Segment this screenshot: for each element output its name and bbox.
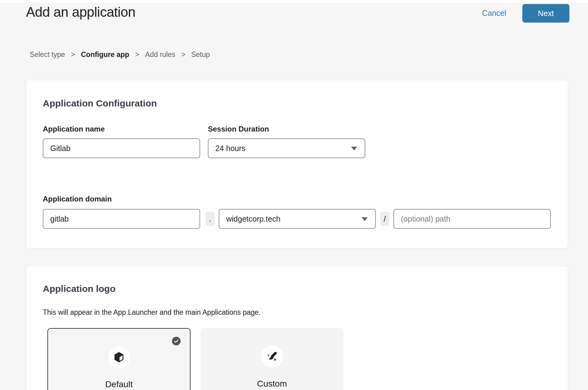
subdomain-input[interactable] xyxy=(43,209,200,229)
paintbrush-icon xyxy=(265,350,279,363)
logo-option-custom[interactable]: Custom xyxy=(200,328,344,390)
chevron-down-icon xyxy=(362,217,368,221)
application-logo-description: This will appear in the App Launcher and… xyxy=(43,308,261,317)
application-configuration-card: Application Configuration Application na… xyxy=(26,80,568,249)
default-logo-circle xyxy=(108,346,130,368)
breadcrumb-step-configure-app[interactable]: Configure app xyxy=(81,50,129,59)
application-domain-label: Application domain xyxy=(43,195,112,203)
cancel-button[interactable]: Cancel xyxy=(482,9,506,18)
slash-separator: / xyxy=(380,212,389,226)
breadcrumb-step-setup[interactable]: Setup xyxy=(191,50,210,59)
breadcrumb-separator: > xyxy=(71,50,75,59)
application-logo-heading: Application logo xyxy=(43,284,116,294)
application-name-label: Application name xyxy=(43,125,105,133)
logo-option-label: Custom xyxy=(200,379,344,389)
application-logo-card: Application logo This will appear in the… xyxy=(26,266,568,390)
session-duration-label: Session Duration xyxy=(208,125,269,133)
dot-separator: . xyxy=(205,212,215,226)
session-duration-select[interactable]: 24 hours xyxy=(208,138,365,158)
selected-check-icon xyxy=(172,337,181,345)
logo-options: Default Custom xyxy=(47,328,344,390)
path-input[interactable] xyxy=(393,209,551,229)
cube-icon xyxy=(113,351,125,363)
top-divider xyxy=(0,0,588,3)
breadcrumb-separator: > xyxy=(181,50,185,59)
next-button[interactable]: Next xyxy=(522,4,569,23)
logo-option-default[interactable]: Default xyxy=(47,328,191,390)
session-duration-value: 24 hours xyxy=(215,144,245,153)
custom-logo-circle xyxy=(261,345,283,368)
breadcrumb-separator: > xyxy=(135,50,139,59)
application-name-input[interactable] xyxy=(43,138,200,158)
chevron-down-icon xyxy=(351,147,357,150)
domain-select[interactable]: widgetcorp.tech xyxy=(219,209,376,229)
breadcrumb-step-select-type[interactable]: Select type xyxy=(30,50,65,59)
breadcrumb: Select type > Configure app > Add rules … xyxy=(30,50,210,59)
page-title: Add an application xyxy=(26,4,135,20)
domain-select-value: widgetcorp.tech xyxy=(226,214,280,223)
breadcrumb-step-add-rules[interactable]: Add rules xyxy=(145,50,175,59)
logo-option-label: Default xyxy=(48,379,190,389)
application-configuration-heading: Application Configuration xyxy=(43,98,157,109)
